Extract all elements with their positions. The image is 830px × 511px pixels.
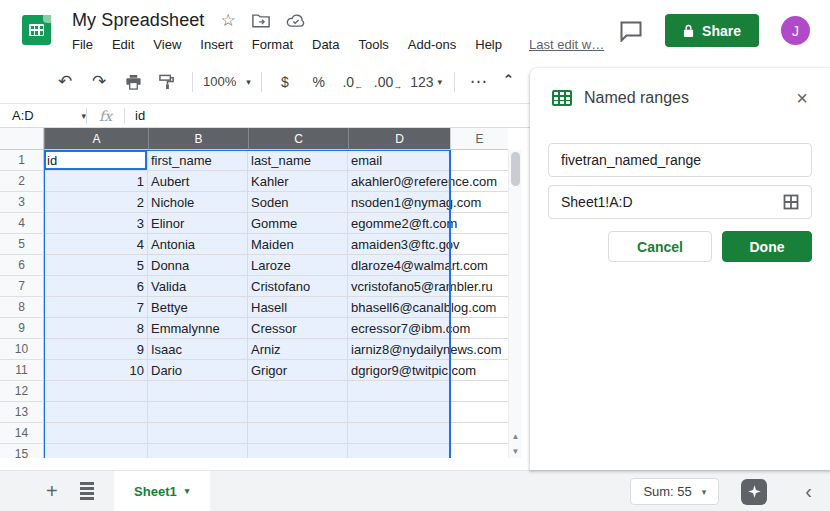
cell-C9[interactable]: Cressor [248,318,348,339]
menu-add-ons[interactable]: Add-ons [408,37,456,52]
cloud-status-icon[interactable] [286,14,305,28]
paint-format-icon[interactable] [154,69,180,95]
cell-D3[interactable]: nsoden1@nymag.com [348,192,450,213]
cell-C5[interactable]: Maiden [248,234,348,255]
cell-D5[interactable]: amaiden3@ftc.gov [348,234,450,255]
cell-D8[interactable]: bhasell6@canalblog.com [348,297,450,318]
menu-help[interactable]: Help [475,37,502,52]
range-name-input[interactable]: fivetran_named_range [548,143,812,177]
cell-C4[interactable]: Gomme [248,213,348,234]
cell-A10[interactable]: 9 [44,339,148,360]
print-icon[interactable] [120,69,146,95]
row-header-12[interactable]: 12 [0,381,44,402]
menu-insert[interactable]: Insert [200,37,233,52]
collapse-panel-chevron-icon[interactable]: ‹ [805,480,812,503]
cell-B8[interactable]: Bettye [148,297,248,318]
cell-A4[interactable]: 3 [44,213,148,234]
redo-icon[interactable]: ↷ [86,69,112,95]
row-header-14[interactable]: 14 [0,423,44,444]
add-sheet-button[interactable]: + [46,480,58,503]
done-button[interactable]: Done [722,231,812,262]
vertical-scrollbar[interactable]: ▲ ▼ [508,150,522,458]
column-header-A[interactable]: A [44,128,148,150]
explore-button[interactable] [741,479,767,505]
cell-A11[interactable]: 10 [44,360,148,381]
cell-D2[interactable]: akahler0@reference.com [348,171,450,192]
cell-D10[interactable]: iarniz8@nydailynews.com [348,339,450,360]
cell-D7[interactable]: vcristofano5@rambler.ru [348,276,450,297]
cell-D11[interactable]: dgrigor9@twitpic.com [348,360,450,381]
cell-A8[interactable]: 7 [44,297,148,318]
row-header-5[interactable]: 5 [0,234,44,255]
cell-B11[interactable]: Dario [148,360,248,381]
row-header-7[interactable]: 7 [0,276,44,297]
cell-C8[interactable]: Hasell [248,297,348,318]
cell-A14[interactable] [44,423,148,444]
row-header-13[interactable]: 13 [0,402,44,423]
column-header-C[interactable]: C [248,128,348,150]
close-icon[interactable]: × [790,86,814,110]
column-header-B[interactable]: B [148,128,248,150]
cell-D12[interactable] [348,381,450,402]
cell-B9[interactable]: Emmalynne [148,318,248,339]
cell-B3[interactable]: Nichole [148,192,248,213]
cell-D4[interactable]: egomme2@ft.com [348,213,450,234]
cell-D1[interactable]: email [348,150,450,171]
vertical-scrollbar-thumb[interactable] [511,152,520,186]
cell-A1[interactable]: id [44,150,148,171]
formula-input[interactable]: id [125,108,145,123]
cell-A12[interactable] [44,381,148,402]
range-ref-input[interactable]: Sheet1!A:D [548,185,812,219]
menu-format[interactable]: Format [252,37,293,52]
menu-tools[interactable]: Tools [358,37,388,52]
cell-A13[interactable] [44,402,148,423]
zoom-select[interactable]: 100% ▾ [203,74,251,89]
cell-C11[interactable]: Grigor [248,360,348,381]
cell-B7[interactable]: Valida [148,276,248,297]
cell-A6[interactable]: 5 [44,255,148,276]
cell-A5[interactable]: 4 [44,234,148,255]
row-header-4[interactable]: 4 [0,213,44,234]
menu-edit[interactable]: Edit [112,37,134,52]
row-header-1[interactable]: 1 [0,150,44,171]
cell-B14[interactable] [148,423,248,444]
cell-D6[interactable]: dlaroze4@walmart.com [348,255,450,276]
cell-A7[interactable]: 6 [44,276,148,297]
all-sheets-icon[interactable] [80,482,94,500]
cell-B12[interactable] [148,381,248,402]
cell-D14[interactable] [348,423,450,444]
cell-B1[interactable]: first_name [148,150,248,171]
row-header-8[interactable]: 8 [0,297,44,318]
cell-C10[interactable]: Arniz [248,339,348,360]
select-all-corner[interactable] [0,128,44,150]
cell-C3[interactable]: Soden [248,192,348,213]
cell-D9[interactable]: ecressor7@ibm.com [348,318,450,339]
sum-dropdown[interactable]: Sum: 55 ▾ [630,478,719,505]
cell-B13[interactable] [148,402,248,423]
cell-B6[interactable]: Donna [148,255,248,276]
cell-A2[interactable]: 1 [44,171,148,192]
decrease-decimal-button[interactable]: .0← [340,69,366,95]
cell-C12[interactable] [248,381,348,402]
row-header-15[interactable]: 15 [0,444,44,458]
move-folder-icon[interactable] [252,13,270,28]
menu-data[interactable]: Data [312,37,339,52]
cell-B10[interactable]: Isaac [148,339,248,360]
column-header-E[interactable]: E [450,128,508,150]
increase-decimal-button[interactable]: .00→ [374,69,402,95]
cell-B5[interactable]: Antonia [148,234,248,255]
format-currency-button[interactable]: $ [272,69,298,95]
cell-C14[interactable] [248,423,348,444]
format-percent-button[interactable]: % [306,69,332,95]
row-header-9[interactable]: 9 [0,318,44,339]
comment-history-icon[interactable] [619,20,643,42]
row-header-6[interactable]: 6 [0,255,44,276]
scroll-up-icon[interactable]: ▲ [512,432,520,441]
cell-B2[interactable]: Aubert [148,171,248,192]
column-header-D[interactable]: D [348,128,450,150]
row-header-3[interactable]: 3 [0,192,44,213]
last-edit-link[interactable]: Last edit w… [529,37,604,52]
undo-icon[interactable]: ↶ [52,69,78,95]
cell-A9[interactable]: 8 [44,318,148,339]
scroll-down-icon[interactable]: ▼ [512,447,520,456]
